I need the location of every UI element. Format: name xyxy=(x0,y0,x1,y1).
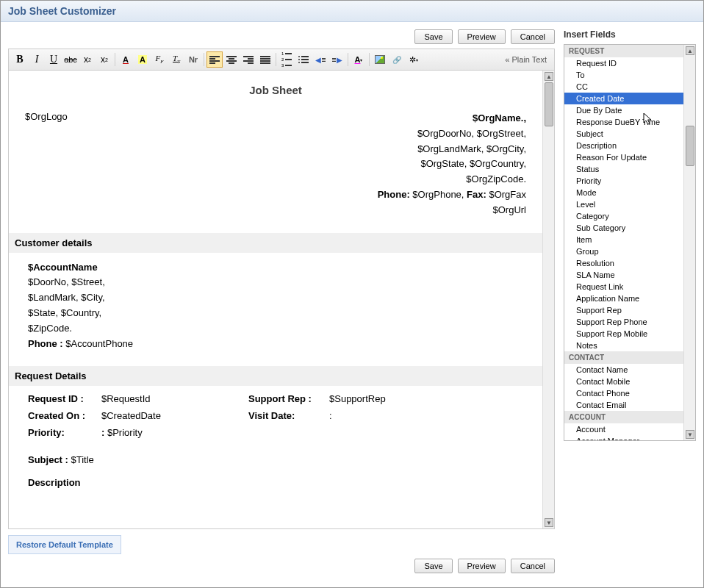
spellcheck-button[interactable]: ✲▾ xyxy=(406,51,422,68)
insert-image-button[interactable] xyxy=(372,51,388,68)
cust-zip: $ZipCode. xyxy=(28,321,526,337)
bold-button[interactable]: B xyxy=(12,51,28,68)
save-button-top[interactable]: Save xyxy=(414,29,452,44)
field-item[interactable]: Sub Category xyxy=(564,222,683,234)
field-item[interactable]: Contact Email xyxy=(564,399,683,411)
font-color-button[interactable]: A xyxy=(118,51,134,68)
field-item[interactable]: Support Rep Phone xyxy=(564,316,683,328)
field-item[interactable]: Category xyxy=(564,210,683,222)
plain-text-toggle[interactable]: « Plain Text xyxy=(500,55,551,64)
field-item[interactable]: Support Rep Mobile xyxy=(564,328,683,340)
scroll-up-icon[interactable]: ▲ xyxy=(545,72,553,81)
scroll-thumb[interactable] xyxy=(686,126,694,166)
editor-toolbar: B I U abc x2 x2 A A FF TT Nr 123 xyxy=(8,49,555,71)
insert-fields-list[interactable]: REQUESTRequest IDToCCCreated DateDue By … xyxy=(564,45,683,440)
field-item[interactable]: Account xyxy=(564,423,683,435)
field-item[interactable]: Level xyxy=(564,198,683,210)
field-item[interactable]: Request Link xyxy=(564,281,683,293)
field-item[interactable]: Application Name xyxy=(564,293,683,304)
field-item[interactable]: Created Date xyxy=(564,93,683,104)
field-item[interactable]: Contact Mobile xyxy=(564,376,683,387)
cancel-button-top[interactable]: Cancel xyxy=(511,29,555,44)
scroll-down-icon[interactable]: ▼ xyxy=(686,430,694,439)
org-name: $OrgName., xyxy=(473,112,526,123)
field-item[interactable]: CC xyxy=(564,81,683,93)
cust-phone-label: Phone : xyxy=(28,338,65,349)
scroll-up-icon[interactable]: ▲ xyxy=(686,46,694,55)
field-item[interactable]: Priority xyxy=(564,175,683,187)
cancel-button-bottom[interactable]: Cancel xyxy=(511,559,555,573)
field-item[interactable]: Reason For Update xyxy=(564,151,683,163)
preview-button-top[interactable]: Preview xyxy=(458,29,506,44)
toolbar-separator xyxy=(348,53,348,66)
field-item[interactable]: SLA Name xyxy=(564,269,683,281)
field-item[interactable]: Notes xyxy=(564,340,683,351)
org-addr3: $OrgState, $OrgCountry, xyxy=(106,157,526,172)
font-face-button[interactable]: FF xyxy=(151,51,168,68)
underline-button[interactable]: U xyxy=(46,51,62,68)
request-grid: Request ID : $RequestId Support Rep : $S… xyxy=(25,393,526,450)
font-size-button[interactable]: TT xyxy=(168,51,184,68)
field-item[interactable]: Item xyxy=(564,234,683,245)
subscript-button[interactable]: x2 xyxy=(79,51,96,68)
account-name: $AccountName xyxy=(28,262,98,273)
field-item[interactable]: Support Rep xyxy=(564,304,683,316)
preview-button-bottom[interactable]: Preview xyxy=(458,559,506,573)
org-logo-placeholder: $OrgLogo xyxy=(25,111,106,218)
align-justify-button[interactable] xyxy=(257,51,273,68)
align-right-button[interactable] xyxy=(240,51,256,68)
ordered-list-button[interactable]: 123 xyxy=(279,51,295,68)
field-item[interactable]: Account Manager xyxy=(564,435,683,440)
field-item[interactable]: Contact Phone xyxy=(564,387,683,399)
field-item[interactable]: To xyxy=(564,69,683,81)
field-item[interactable]: Request ID xyxy=(564,57,683,69)
scroll-down-icon[interactable]: ▼ xyxy=(545,518,553,527)
editor-content[interactable]: Job Sheet $OrgLogo $OrgName., $OrgDoorNo… xyxy=(9,71,542,528)
org-address-block: $OrgName., $OrgDoorNo, $OrgStreet, $OrgL… xyxy=(106,111,526,218)
field-group-header: CONTACT xyxy=(564,351,683,364)
field-item[interactable]: Status xyxy=(564,163,683,175)
created-on-label: Created On : xyxy=(28,410,101,421)
field-item[interactable]: Resolution xyxy=(564,257,683,269)
unordered-list-button[interactable] xyxy=(295,51,312,68)
fields-scrollbar[interactable]: ▲ ▼ xyxy=(683,45,695,440)
superscript-button[interactable]: x2 xyxy=(96,51,112,68)
org-phone: $OrgPhone, xyxy=(412,189,467,200)
image-icon xyxy=(375,55,385,64)
insert-link-button[interactable]: 🔗 xyxy=(389,51,405,68)
editor-scrollbar[interactable]: ▲ ▼ xyxy=(542,71,554,528)
org-fax: $OrgFax xyxy=(489,189,526,200)
field-item[interactable]: Response DueBY Time xyxy=(564,116,683,128)
cust-addr1: $DoorNo, $Street, xyxy=(28,275,526,290)
customer-details-header: Customer details xyxy=(9,233,542,253)
align-left-button[interactable] xyxy=(206,51,223,68)
field-item[interactable]: Contact Name xyxy=(564,364,683,376)
request-id-label: Request ID : xyxy=(28,393,101,404)
italic-button[interactable]: I xyxy=(29,51,45,68)
field-item[interactable]: Description xyxy=(564,140,683,151)
org-addr1: $OrgDoorNo, $OrgStreet, xyxy=(106,126,526,142)
subject-value: $Title xyxy=(71,454,94,465)
request-details-header: Request Details xyxy=(9,366,542,386)
page-title: Job Sheet Customizer xyxy=(8,5,696,17)
field-item[interactable]: Due By Date xyxy=(564,104,683,116)
visit-date-label: Visit Date: xyxy=(248,410,329,421)
field-item[interactable]: Group xyxy=(564,245,683,257)
subject-label: Subject : xyxy=(28,454,71,465)
bg-color-button[interactable]: A xyxy=(134,51,151,68)
outdent-button[interactable]: ◀ xyxy=(312,51,328,68)
strikethrough-button[interactable]: abc xyxy=(62,51,79,68)
priority-value: $Priority xyxy=(107,427,143,438)
save-button-bottom[interactable]: Save xyxy=(414,559,452,573)
field-item[interactable]: Subject xyxy=(564,128,683,140)
align-center-button[interactable] xyxy=(223,51,240,68)
text-color-picker-button[interactable]: A▾ xyxy=(351,51,367,68)
cust-phone: $AccountPhone xyxy=(65,338,133,349)
indent-button[interactable]: ▶ xyxy=(329,51,345,68)
scroll-thumb[interactable] xyxy=(545,82,553,126)
support-rep-label: Support Rep : xyxy=(248,393,329,404)
normal-format-button[interactable]: Nr xyxy=(185,51,201,68)
field-item[interactable]: Mode xyxy=(564,187,683,198)
toolbar-separator xyxy=(369,53,370,66)
restore-default-template-button[interactable]: Restore Default Template xyxy=(8,535,121,554)
